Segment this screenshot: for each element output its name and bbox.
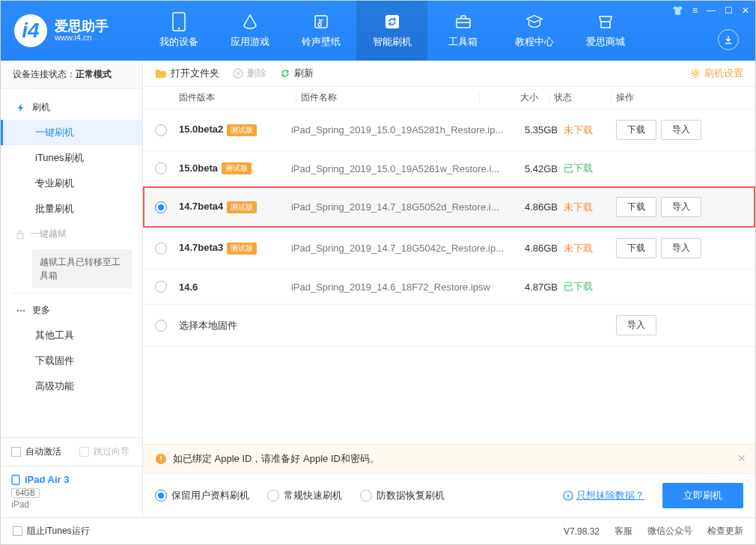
auto-activate-checkbox[interactable] [11,447,21,457]
firmware-list: 15.0beta2测试版iPad_Spring_2019_15.0_19A528… [143,109,755,444]
flash-now-button[interactable]: 立即刷机 [662,483,743,508]
th-name: 固件名称 [301,91,475,104]
more-icon [16,305,26,316]
download-circle-icon[interactable] [718,29,739,50]
option-fast-flash[interactable]: 常规快速刷机 [267,489,342,502]
notice-close-icon[interactable]: ✕ [737,452,746,464]
erase-data-link[interactable]: 只想抹除数据？ [563,489,644,502]
fw-filename: iPad_Spring_2019_15.0_19A5281h_Restore.i… [291,124,504,136]
close-icon[interactable]: ✕ [742,5,749,16]
svg-point-8 [23,309,25,311]
import-button[interactable]: 导入 [661,197,701,217]
fw-size: 4.86GB [504,201,564,213]
beta-badge: 测试版 [222,162,252,174]
firmware-row[interactable]: 14.7beta4测试版iPad_Spring_2019_14.7_18G505… [143,186,755,228]
footer-service[interactable]: 客服 [615,525,632,538]
ringtone-icon [312,13,330,31]
nav-store[interactable]: 爱思商城 [570,1,641,61]
radio-icon[interactable] [155,124,167,136]
option-keep-data[interactable]: 保留用户资料刷机 [155,489,249,502]
svg-rect-4 [457,19,470,28]
checkbox-row-activate: 自动激活 跳过向导 [1,438,142,466]
local-firmware-row[interactable]: 选择本地固件导入 [143,305,755,347]
nav-tutorials[interactable]: 教程中心 [499,1,570,61]
fw-status: 未下载 [564,124,616,137]
flash-settings-button[interactable]: 刷机设置 [690,67,743,80]
svg-point-11 [694,72,697,75]
sidebar-item-other-tools[interactable]: 其他工具 [1,323,142,348]
flash-icon [383,13,401,31]
footer-wechat[interactable]: 微信公众号 [647,525,692,538]
fw-version: 14.7beta3 [179,242,223,253]
tutorial-icon [525,13,543,31]
sidebar-item-itunes-flash[interactable]: iTunes刷机 [1,145,142,171]
refresh-icon [280,68,290,79]
folder-icon [155,68,167,79]
store-icon [597,13,615,31]
skip-guide-checkbox[interactable] [79,447,89,457]
sidebar-item-download-fw[interactable]: 下载固件 [1,348,142,374]
connection-status: 设备连接状态：正常模式 [1,61,142,89]
minimize-icon[interactable]: — [707,5,716,16]
fw-version: 14.6 [179,281,198,293]
firmware-row[interactable]: 15.0beta2测试版iPad_Spring_2019_15.0_19A528… [143,109,755,151]
svg-point-7 [20,309,22,311]
svg-point-1 [177,28,179,29]
th-status: 状态 [554,91,606,104]
fw-status: 已下载 [564,162,616,175]
fw-status: 未下载 [564,242,616,255]
nav-ringtones[interactable]: 铃声壁纸 [285,1,356,61]
radio-icon[interactable] [155,162,167,174]
footer-update[interactable]: 检查更新 [707,525,743,538]
firmware-row[interactable]: 15.0beta测试版iPad_Spring_2019_15.0_19A5261… [143,151,755,186]
th-action: 操作 [616,91,743,104]
nav-flash[interactable]: 智能刷机 [356,1,427,61]
svg-rect-5 [17,234,23,239]
firmware-row[interactable]: 14.6iPad_Spring_2019_14.6_18F72_Restore.… [143,270,755,305]
menu-icon[interactable]: ≡ [692,5,698,16]
download-button[interactable]: 下载 [616,238,656,258]
fw-size: 5.35GB [504,124,564,136]
download-button[interactable]: 下载 [616,197,656,217]
sidebar-item-oneclick-flash[interactable]: 一键刷机 [1,120,142,145]
block-itunes-checkbox[interactable] [13,526,22,536]
fw-size: 4.86GB [504,243,564,254]
maximize-icon[interactable]: ☐ [725,5,733,16]
radio-icon[interactable] [155,201,167,213]
download-button[interactable]: 下载 [616,120,656,140]
tshirt-icon[interactable]: 👕 [672,5,683,16]
open-folder-button[interactable]: 打开文件夹 [155,67,219,80]
import-button[interactable]: 导入 [661,120,701,140]
radio-icon[interactable] [155,320,167,332]
footer-version: V7.98.32 [564,526,600,537]
radio-icon[interactable] [155,243,167,255]
radio-icon[interactable] [155,281,167,293]
info-icon [563,490,573,501]
fw-filename: iPad_Spring_2019_15.0_19A5261w_Restore.i… [291,163,504,174]
sidebar-item-advanced[interactable]: 高级功能 [1,374,142,399]
option-antirecovery[interactable]: 防数据恢复刷机 [360,489,445,502]
device-info[interactable]: iPad Air 3 64GB iPad [1,466,142,517]
fw-status: 已下载 [564,280,616,293]
window-controls: 👕 ≡ — ☐ ✕ [672,5,749,16]
sidebar-item-batch-flash[interactable]: 批量刷机 [1,196,142,222]
import-button[interactable]: 导入 [616,315,656,335]
device-tab-icon [11,475,20,485]
nav-apps[interactable]: 应用游戏 [214,1,285,61]
refresh-button[interactable]: 刷新 [280,67,314,80]
sidebar-group-flash[interactable]: 刷机 [1,95,142,120]
toolbox-icon [454,13,472,31]
nav-toolbox[interactable]: 工具箱 [427,1,499,61]
gear-icon [690,68,701,79]
sidebar-item-pro-flash[interactable]: 专业刷机 [1,171,142,196]
app-header: i4 爱思助手 www.i4.cn 我的设备 应用游戏 铃声壁纸 智能刷机 工具… [1,1,755,61]
firmware-row[interactable]: 14.7beta3测试版iPad_Spring_2019_14.7_18G504… [143,228,755,270]
device-storage: 64GB [11,488,40,498]
sidebar-group-more[interactable]: 更多 [1,298,142,323]
fw-filename: iPad_Spring_2019_14.7_18G5052d_Restore.i… [291,201,504,213]
local-fw-label: 选择本地固件 [179,319,504,332]
delete-icon [233,68,243,79]
nav-my-device[interactable]: 我的设备 [143,1,214,61]
import-button[interactable]: 导入 [661,238,701,258]
jailbreak-note: 越狱工具已转移至工具箱 [32,249,132,288]
